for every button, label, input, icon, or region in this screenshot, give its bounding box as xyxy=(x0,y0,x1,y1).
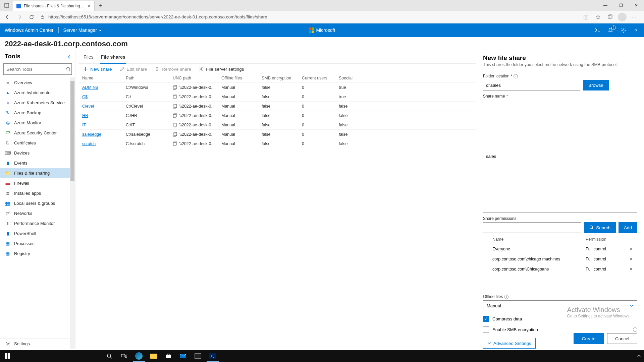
create-button[interactable]: Create xyxy=(574,333,604,344)
sidebar-item-registry[interactable]: ▦Registry xyxy=(0,248,70,258)
table-row[interactable]: salesedge C:\salesedge \\2022-ae-desk-0.… xyxy=(79,129,476,139)
nav-forward-button[interactable] xyxy=(15,12,24,22)
reader-icon[interactable] xyxy=(582,13,590,21)
advanced-settings-button[interactable]: Advanced Settings xyxy=(483,338,536,349)
remove-permission-icon[interactable]: ✕ xyxy=(626,246,636,251)
copy-icon[interactable] xyxy=(173,85,177,90)
collections-icon[interactable] xyxy=(606,13,614,21)
table-row[interactable]: scratch C:\scratch \\2022-ae-desk-0... M… xyxy=(79,139,476,148)
smb-encryption-checkbox-row[interactable]: Enable SMB encryption i xyxy=(483,326,637,333)
share-name-link[interactable]: scratch xyxy=(82,141,96,146)
sidebar-item-azure-monitor[interactable]: ◎Azure Monitor xyxy=(0,118,70,128)
share-name-link[interactable]: IT xyxy=(82,123,86,127)
copy-icon[interactable] xyxy=(173,141,177,146)
permission-search-button[interactable]: Search xyxy=(584,222,616,233)
window-close-button[interactable]: ✕ xyxy=(629,0,644,11)
tab-actions-button[interactable] xyxy=(2,1,11,10)
browser-tab[interactable]: File shares - Files & file sharing ... ✕ xyxy=(13,1,95,11)
permission-row[interactable]: corp.contoso.com\ChicagoansFull control✕ xyxy=(483,264,637,274)
file-server-settings-button[interactable]: File server settings xyxy=(199,66,244,72)
new-share-button[interactable]: New share xyxy=(83,66,112,72)
help-icon[interactable]: ? xyxy=(633,27,639,34)
copy-icon[interactable] xyxy=(173,123,177,127)
context-switcher[interactable]: Server Manager xyxy=(63,27,102,33)
collapse-tools-icon[interactable] xyxy=(67,55,71,59)
url-text[interactable]: https://localhost:6516/servermanager/con… xyxy=(48,14,579,19)
sidebar-item-azure-kubernetes-service[interactable]: ⎈Azure Kubernetes Service xyxy=(0,98,70,108)
compress-checkbox[interactable]: ✓ xyxy=(483,316,489,322)
col-name[interactable]: Name xyxy=(82,76,126,80)
table-row[interactable]: ADMIN$ C:\Windows \\2022-ae-desk-0... Ma… xyxy=(79,82,476,92)
sidebar-item-firewall[interactable]: ▬Firewall xyxy=(0,178,70,188)
task-edge-button[interactable] xyxy=(131,350,146,362)
tray-overflow-button[interactable] xyxy=(634,350,644,362)
new-tab-button[interactable]: ＋ xyxy=(96,1,105,10)
site-lock-icon[interactable] xyxy=(39,15,46,19)
tab-files[interactable]: Files xyxy=(83,52,94,63)
share-name-link[interactable]: salesedge xyxy=(82,132,101,137)
sidebar-item-processes[interactable]: ▦Processes xyxy=(0,238,70,248)
cancel-button[interactable]: Cancel xyxy=(607,333,637,344)
task-powershell-button[interactable] xyxy=(205,350,220,362)
sidebar-item-installed-apps[interactable]: ≣Installed apps xyxy=(0,188,70,198)
share-name-link[interactable]: ADMIN$ xyxy=(82,85,98,90)
sidebar-item-certificates[interactable]: ⎘Certificates xyxy=(0,138,70,148)
tools-scrollbar[interactable] xyxy=(70,77,75,349)
col-special[interactable]: Special xyxy=(339,76,366,80)
tab-close-icon[interactable]: ✕ xyxy=(87,3,91,8)
table-row[interactable]: HR C:\HR \\2022-ae-desk-0... Manual fals… xyxy=(79,111,476,120)
remove-permission-icon[interactable]: ✕ xyxy=(626,256,636,261)
col-users[interactable]: Current users xyxy=(302,76,339,80)
search-icon[interactable] xyxy=(66,67,71,72)
share-name-link[interactable]: HR xyxy=(82,113,88,118)
tools-search[interactable] xyxy=(3,63,72,75)
tab-file-shares[interactable]: File shares xyxy=(100,52,126,64)
table-row[interactable]: IT C:\IT \\2022-ae-desk-0... Manual fals… xyxy=(79,120,476,129)
edit-share-button[interactable]: Edit share xyxy=(119,66,147,72)
share-name-link[interactable]: Clevel xyxy=(82,104,94,109)
share-name-input[interactable] xyxy=(483,100,637,213)
settings-gear-icon[interactable] xyxy=(620,27,627,34)
sidebar-item-azure-security-center[interactable]: 🛡Azure Security Center xyxy=(0,128,70,138)
sidebar-item-performance-monitor[interactable]: ⫿Performance Monitor xyxy=(0,218,70,228)
sidebar-item-networks[interactable]: ⇄Networks xyxy=(0,208,70,218)
copy-icon[interactable] xyxy=(173,132,177,137)
sidebar-item-azure-hybrid-center[interactable]: ▲Azure hybrid center xyxy=(0,87,70,98)
profile-avatar[interactable] xyxy=(618,13,627,21)
sidebar-item-overview[interactable]: ≡Overview xyxy=(0,77,70,87)
col-path[interactable]: Path xyxy=(126,76,173,80)
sidebar-item-events[interactable]: ▮Events xyxy=(0,158,70,168)
copy-icon[interactable] xyxy=(173,95,177,99)
folder-location-input[interactable] xyxy=(483,80,580,90)
copy-icon[interactable] xyxy=(173,104,177,109)
col-smb[interactable]: SMB encryption xyxy=(262,76,302,80)
favorite-icon[interactable] xyxy=(594,13,602,21)
smb-encryption-checkbox[interactable] xyxy=(483,326,489,333)
sidebar-item-azure-backup[interactable]: ↻Azure Backup xyxy=(0,108,70,118)
permission-add-button[interactable]: Add xyxy=(619,222,637,233)
table-row[interactable]: Clevel C:\Clevel \\2022-ae-desk-0... Man… xyxy=(79,101,476,111)
task-taskview-button[interactable] xyxy=(117,350,131,362)
sidebar-item-powershell[interactable]: ▮PowerShell xyxy=(0,228,70,238)
task-cmd-button[interactable] xyxy=(191,350,205,362)
share-name-link[interactable]: C$ xyxy=(82,95,88,99)
start-button[interactable] xyxy=(0,350,15,362)
copy-icon[interactable] xyxy=(173,113,177,118)
col-offline[interactable]: Offline files xyxy=(221,76,262,80)
tools-search-input[interactable] xyxy=(4,67,66,72)
permission-row[interactable]: corp.contoso.com\chicago machinesFull co… xyxy=(483,254,637,264)
notifications-icon[interactable]: 2 xyxy=(607,27,614,34)
tool-settings[interactable]: Settings xyxy=(0,338,70,349)
remove-permission-icon[interactable]: ✕ xyxy=(626,266,636,272)
window-maximize-button[interactable]: ❐ xyxy=(613,0,629,11)
remove-share-button[interactable]: Remove share xyxy=(154,66,191,72)
wac-brand[interactable]: Windows Admin Center xyxy=(5,27,54,33)
table-row[interactable]: C$ C:\ \\2022-ae-desk-0... Manual false … xyxy=(79,92,476,101)
permission-search-input[interactable] xyxy=(483,222,581,233)
sidebar-item-local-users-groups[interactable]: 👥Local users & groups xyxy=(0,198,70,208)
sidebar-item-devices[interactable]: ⌨Devices xyxy=(0,148,70,158)
permission-row[interactable]: EveryoneFull control✕ xyxy=(483,244,637,254)
sidebar-item-files-file-sharing[interactable]: 📁Files & file sharing xyxy=(0,168,70,178)
nav-back-button[interactable] xyxy=(3,12,12,22)
info-icon[interactable]: i xyxy=(504,295,508,299)
